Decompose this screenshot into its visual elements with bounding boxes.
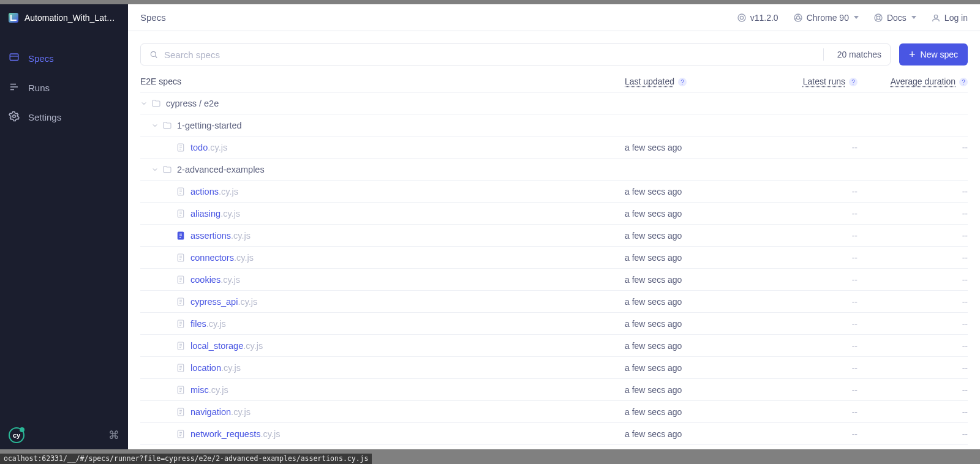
spec-row[interactable]: local_storage.cy.jsa few secs ago---- <box>140 335 968 357</box>
updated-cell: a few secs ago <box>625 209 747 219</box>
duration-cell: -- <box>858 253 968 263</box>
spec-ext: .cy.js <box>243 341 263 351</box>
runs-cell: -- <box>747 407 858 417</box>
spec-row[interactable]: navigation.cy.jsa few secs ago---- <box>140 401 968 423</box>
spec-name: todo <box>190 143 208 152</box>
folder-row[interactable]: cypress / e2e <box>140 92 968 114</box>
duration-cell: -- <box>858 297 968 307</box>
svg-point-8 <box>934 15 937 18</box>
svg-point-2 <box>738 14 745 21</box>
file-icon <box>176 209 186 219</box>
user-icon <box>931 13 941 23</box>
spec-row[interactable]: assertions.cy.jsa few secs ago---- <box>140 225 968 247</box>
main-content: Specs v11.2.0 Chrome 90 Docs Log in <box>128 4 980 449</box>
updated-cell: a few secs ago <box>625 297 747 307</box>
file-icon <box>176 429 186 439</box>
sidebar-item-label: Specs <box>28 53 54 64</box>
runs-cell: -- <box>747 385 858 395</box>
spec-ext: .cy.js <box>234 253 254 263</box>
spec-row[interactable]: location.cy.jsa few secs ago---- <box>140 357 968 379</box>
duration-cell: -- <box>858 429 968 439</box>
sidebar-item-specs[interactable]: Specs <box>0 43 128 73</box>
spec-name: local_storage <box>190 341 243 351</box>
help-icon: ? <box>959 78 968 86</box>
login-text: Log in <box>944 13 968 23</box>
runs-cell: -- <box>747 429 858 439</box>
col-updated-header[interactable]: Last updated? <box>625 77 747 86</box>
file-icon <box>176 275 186 285</box>
spec-ext: .cy.js <box>209 385 228 395</box>
updated-cell: a few secs ago <box>625 341 747 351</box>
spec-ext: .cy.js <box>221 275 240 285</box>
version-indicator[interactable]: v11.2.0 <box>737 13 778 23</box>
spec-name: files <box>190 319 206 329</box>
help-icon: ? <box>849 78 858 86</box>
runs-cell: -- <box>747 143 858 152</box>
project-switcher[interactable]: Automation_With_Late… <box>0 4 128 31</box>
search-container: 20 matches <box>140 43 891 65</box>
file-icon <box>176 231 186 241</box>
spec-row[interactable]: actions.cy.jsa few secs ago---- <box>140 181 968 203</box>
col-duration-header[interactable]: Average duration? <box>858 77 968 86</box>
sidebar-footer: cy ⌘ <box>0 421 128 449</box>
spec-row[interactable]: aliasing.cy.jsa few secs ago---- <box>140 203 968 225</box>
svg-point-9 <box>151 51 156 56</box>
version-text: v11.2.0 <box>750 13 778 23</box>
sidebar-item-label: Settings <box>28 112 61 122</box>
docs-link[interactable]: Docs <box>873 13 916 23</box>
folder-label: 1-getting-started <box>177 121 242 130</box>
file-icon <box>176 319 186 329</box>
svg-point-7 <box>876 16 880 19</box>
topbar: Specs v11.2.0 Chrome 90 Docs Log in <box>128 4 980 31</box>
folder-icon <box>162 121 172 130</box>
toolbar: 20 matches + New spec <box>128 31 980 73</box>
login-button[interactable]: Log in <box>931 13 968 23</box>
spec-row[interactable]: cookies.cy.jsa few secs ago---- <box>140 269 968 291</box>
browser-text: Chrome 90 <box>807 13 849 23</box>
browser-selector[interactable]: Chrome 90 <box>793 13 859 23</box>
col-runs-header[interactable]: Latest runs? <box>747 77 858 86</box>
spec-ext: .cy.js <box>219 187 238 196</box>
updated-cell: a few secs ago <box>625 429 747 439</box>
file-icon <box>176 407 186 417</box>
folder-row[interactable]: 2-advanced-examples <box>140 159 968 181</box>
docs-text: Docs <box>887 13 907 23</box>
spec-tree: cypress / e2e1-getting-startedtodo.cy.js… <box>128 92 980 449</box>
chrome-icon <box>793 13 803 23</box>
spec-row[interactable]: misc.cy.jsa few secs ago---- <box>140 379 968 401</box>
spec-row[interactable]: todo.cy.jsa few secs ago---- <box>140 137 968 159</box>
updated-cell: a few secs ago <box>625 319 747 329</box>
spec-name: cookies <box>190 275 221 285</box>
plus-icon: + <box>909 49 916 60</box>
sidebar-item-settings[interactable]: Settings <box>0 102 128 132</box>
page-title: Specs <box>140 12 166 23</box>
spec-row[interactable]: connectors.cy.jsa few secs ago---- <box>140 247 968 269</box>
cypress-badge-icon[interactable]: cy <box>9 427 24 443</box>
spec-name: aliasing <box>190 209 221 219</box>
help-icon: ? <box>678 78 687 86</box>
runs-cell: -- <box>747 231 858 241</box>
match-count: 20 matches <box>837 50 881 59</box>
spec-row[interactable]: network_requests.cy.jsa few secs ago---- <box>140 423 968 445</box>
folder-row[interactable]: 1-getting-started <box>140 114 968 137</box>
spec-row[interactable]: cypress_api.cy.jsa few secs ago---- <box>140 291 968 313</box>
folder-label: cypress / e2e <box>166 99 219 108</box>
svg-rect-0 <box>10 54 18 61</box>
spec-name: assertions <box>190 231 231 241</box>
duration-cell: -- <box>858 341 968 351</box>
spec-row[interactable]: files.cy.jsa few secs ago---- <box>140 313 968 335</box>
new-spec-button[interactable]: + New spec <box>899 43 968 65</box>
folder-icon <box>162 165 172 174</box>
folder-icon <box>151 99 161 108</box>
sidebar-item-runs[interactable]: Runs <box>0 73 128 102</box>
file-icon <box>176 143 186 152</box>
duration-cell: -- <box>858 143 968 152</box>
search-input[interactable] <box>164 50 815 60</box>
spec-ext: .cy.js <box>206 319 226 329</box>
runs-cell: -- <box>747 209 858 219</box>
svg-point-1 <box>13 114 16 118</box>
keyboard-shortcuts-icon[interactable]: ⌘ <box>108 428 119 442</box>
project-icon <box>9 13 18 23</box>
specs-icon <box>9 52 20 65</box>
sidebar-nav: SpecsRunsSettings <box>0 31 128 132</box>
